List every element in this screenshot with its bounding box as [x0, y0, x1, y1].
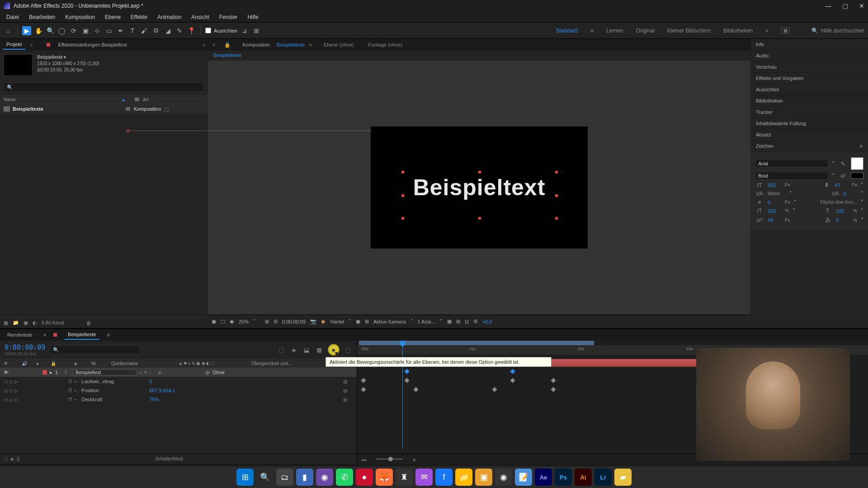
- panel-menu-icon[interactable]: ≡: [860, 143, 863, 149]
- panel-zeichen[interactable]: Zeichen: [756, 143, 774, 149]
- panel-ausrichten[interactable]: Ausrichten: [750, 84, 868, 95]
- workspace-bibliotheken[interactable]: Bibliotheken: [723, 28, 753, 34]
- workspace-standard[interactable]: Standard: [556, 28, 578, 34]
- motion-blur-button[interactable]: ◉ ➤: [328, 344, 340, 356]
- puppet-tool[interactable]: 📍: [187, 26, 196, 35]
- weight-select[interactable]: Bold: [755, 172, 828, 180]
- panel-info[interactable]: Info: [750, 39, 868, 50]
- tab-close-icon[interactable]: ×: [43, 332, 46, 338]
- panel-effekte[interactable]: Effekte und Vorgaben: [750, 73, 868, 84]
- layer-name[interactable]: Beispieltext: [73, 369, 137, 375]
- col-type[interactable]: Art: [143, 97, 149, 102]
- close-button[interactable]: ✕: [859, 2, 864, 9]
- expr-icon[interactable]: ◎: [343, 379, 348, 385]
- start-button[interactable]: ⊞: [236, 469, 254, 486]
- tl-icon-4[interactable]: ▦: [315, 346, 323, 354]
- panel-fill[interactable]: Inhaltsbasierte Füllung: [750, 118, 868, 129]
- zoom-value[interactable]: 25%: [239, 319, 249, 324]
- baseline[interactable]: 34: [768, 217, 781, 223]
- kerning[interactable]: Metrik: [768, 191, 786, 196]
- exposure[interactable]: +0,0: [482, 319, 492, 324]
- prop-position-val[interactable]: 667,9,634,1: [149, 388, 175, 393]
- workspace-klein[interactable]: Kleiner Bildschirm: [667, 28, 711, 34]
- menu-komposition[interactable]: Komposition: [61, 13, 99, 22]
- task-whatsapp[interactable]: ✆: [336, 469, 353, 486]
- layer-row[interactable]: 👁 ▸ 1 T Beispieltext ⬙ ✱ ／ ▣ ◎ Ohne: [0, 368, 357, 377]
- anchor-tool[interactable]: ⊹: [93, 26, 102, 35]
- zoom-tool[interactable]: 🔍: [46, 26, 55, 35]
- minimize-button[interactable]: —: [825, 2, 831, 9]
- v1-icon[interactable]: ▦: [447, 319, 452, 324]
- clone-tool[interactable]: ⧉: [151, 26, 160, 35]
- selection-tool[interactable]: ▶: [22, 26, 31, 35]
- camera-select[interactable]: Aktive Kamera: [373, 319, 406, 324]
- layer-tab[interactable]: Ebene (ohne): [321, 40, 357, 49]
- snapshot-icon[interactable]: 📷: [310, 319, 316, 324]
- comp-tab[interactable]: Beispieltexte: [274, 40, 307, 49]
- stroke-swatch[interactable]: [851, 173, 863, 179]
- task-ps[interactable]: Ps: [555, 469, 572, 486]
- tab-comp[interactable]: Beispieltexte: [64, 330, 99, 340]
- task-ae[interactable]: Ae: [535, 469, 552, 486]
- menu-datei[interactable]: Datei: [2, 13, 24, 22]
- menu-fenster[interactable]: Fenster: [215, 13, 242, 22]
- swap-icon[interactable]: ⇄: [838, 173, 847, 179]
- task-firefox[interactable]: 🦊: [376, 469, 393, 486]
- tl-icon-6[interactable]: ⬚: [344, 346, 352, 354]
- stroke-width[interactable]: 0: [768, 200, 781, 205]
- tl-icon-2[interactable]: ◈: [290, 346, 298, 354]
- tsume[interactable]: 0: [836, 217, 849, 223]
- mask-icon[interactable]: ◉: [230, 319, 234, 324]
- workspace-more-icon[interactable]: »: [765, 28, 769, 34]
- project-search[interactable]: 🔍: [4, 82, 204, 92]
- panel-tracker[interactable]: Tracker: [750, 107, 868, 118]
- leading[interactable]: 47: [835, 183, 848, 188]
- keyframe[interactable]: [404, 369, 409, 374]
- zoom-dropdown-icon[interactable]: ˅: [253, 319, 256, 324]
- col-name[interactable]: Name: [4, 97, 121, 102]
- snap2-icon[interactable]: ⊞: [252, 26, 261, 35]
- task-app1[interactable]: ▮: [296, 469, 313, 486]
- eyedropper-icon[interactable]: ✎: [838, 160, 847, 167]
- task-explorer[interactable]: 🗂: [276, 469, 293, 486]
- interpret-icon[interactable]: ▦: [4, 320, 8, 326]
- lock-icon[interactable]: 🔒: [224, 42, 231, 48]
- views-select[interactable]: 1 Ansi...: [418, 319, 435, 324]
- roi-icon[interactable]: ▣: [356, 319, 360, 324]
- trash-icon[interactable]: 🗑: [86, 320, 91, 326]
- adjust-icon[interactable]: ◐: [33, 320, 37, 326]
- new-comp-icon[interactable]: ▣: [24, 320, 28, 326]
- zoom-slider[interactable]: [376, 458, 403, 460]
- workspace-grid-icon[interactable]: ▦: [781, 27, 790, 34]
- panel-audio[interactable]: Audio: [750, 50, 868, 61]
- panel-expand-icon[interactable]: »: [203, 42, 205, 47]
- mag-icon[interactable]: ▣: [212, 319, 216, 324]
- tl-b2[interactable]: ◈: [10, 456, 14, 461]
- v4-icon[interactable]: ⚙: [473, 319, 478, 324]
- rotate-tool[interactable]: ⟳: [69, 26, 78, 35]
- project-tab[interactable]: Projekt: [3, 40, 25, 50]
- task-lr[interactable]: Lr: [594, 469, 612, 486]
- timeline-timecode[interactable]: 0:00:00:09: [5, 343, 45, 352]
- pen-tool[interactable]: ✒: [116, 26, 125, 35]
- task-app5[interactable]: ▣: [475, 469, 492, 486]
- task-ai[interactable]: Ai: [575, 469, 592, 486]
- prop-opacity-val[interactable]: 75%: [149, 397, 159, 402]
- prop-tracking[interactable]: Laufwei...etrag: [81, 379, 145, 384]
- workspace-lernen[interactable]: Lernen: [606, 28, 623, 34]
- switch-mode[interactable]: Schalter/Modi: [156, 456, 183, 461]
- v2-icon[interactable]: ⊞: [456, 319, 460, 324]
- kf-next[interactable]: ▷: [14, 379, 18, 384]
- shape-tool[interactable]: ▭: [104, 26, 113, 35]
- task-search[interactable]: 🔍: [256, 469, 274, 486]
- menu-ebene[interactable]: Ebene: [100, 13, 125, 22]
- hand-tool[interactable]: ✋: [34, 26, 43, 35]
- task-notes[interactable]: 📝: [515, 469, 532, 486]
- hscale[interactable]: 100: [836, 208, 849, 214]
- res-icon1[interactable]: ⊞: [265, 319, 269, 324]
- folder-icon[interactable]: 📁: [13, 320, 19, 326]
- text-tool[interactable]: T: [128, 26, 137, 35]
- prop-tracking-val[interactable]: 0: [149, 379, 152, 384]
- zoom-out-icon[interactable]: ▬: [362, 456, 367, 462]
- prop-position[interactable]: Position: [81, 388, 145, 393]
